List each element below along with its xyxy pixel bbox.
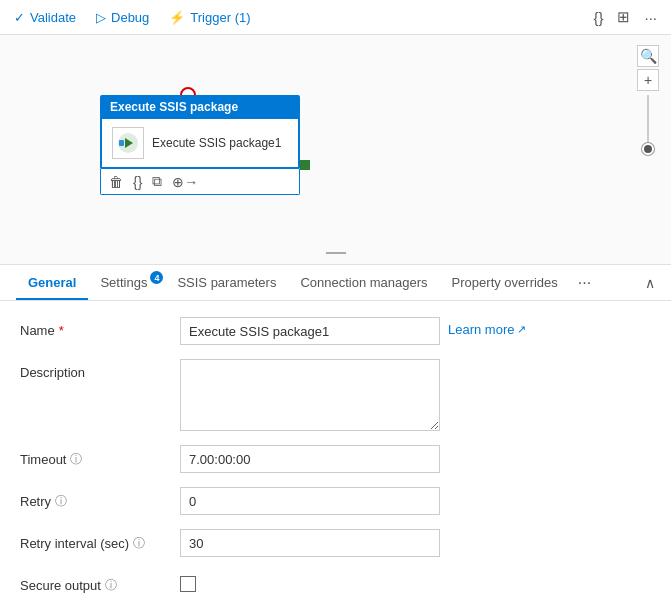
debug-label: Debug: [111, 10, 149, 25]
zoom-controls: 🔍 +: [637, 45, 659, 157]
secure-output-info-icon[interactable]: ⓘ: [105, 577, 117, 594]
tab-general-label: General: [28, 275, 76, 290]
node-title: Execute SSIS package: [110, 100, 238, 114]
trigger-icon: ⚡: [169, 10, 185, 25]
timeout-input[interactable]: [180, 445, 440, 473]
tabs-more-button[interactable]: ···: [574, 266, 595, 300]
node-name-label: Execute SSIS package1: [152, 136, 281, 150]
validate-button[interactable]: ✓ Validate: [14, 10, 76, 25]
description-row: Description: [20, 359, 651, 431]
external-link-icon: ↗: [517, 323, 526, 336]
description-label: Description: [20, 359, 180, 380]
description-control: [180, 359, 651, 431]
canvas-area: Execute SSIS package Execute SSIS packag…: [0, 35, 671, 265]
tab-ssis-label: SSIS parameters: [177, 275, 276, 290]
retry-interval-control: [180, 529, 651, 557]
retry-input[interactable]: [180, 487, 440, 515]
tab-settings[interactable]: Settings 4: [88, 265, 165, 300]
node-right-connector: [300, 160, 310, 170]
toolbar: ✓ Validate ▷ Debug ⚡ Trigger (1) {} ⊞ ··…: [0, 0, 671, 35]
node-header: Execute SSIS package: [100, 95, 300, 119]
retry-control: [180, 487, 651, 515]
description-textarea[interactable]: [180, 359, 440, 431]
tabs-collapse-button[interactable]: ∧: [645, 275, 655, 291]
validate-label: Validate: [30, 10, 76, 25]
toolbar-right: {} ⊞ ···: [593, 8, 657, 26]
name-input[interactable]: [180, 317, 440, 345]
retry-label: Retry ⓘ: [20, 487, 180, 510]
svg-rect-2: [119, 140, 124, 146]
timeout-label: Timeout ⓘ: [20, 445, 180, 468]
trigger-button[interactable]: ⚡ Trigger (1): [169, 10, 250, 25]
secure-output-checkbox[interactable]: [180, 576, 196, 592]
settings-badge: 4: [150, 271, 163, 284]
learn-more-label: Learn more: [448, 322, 514, 337]
tab-connection-managers[interactable]: Connection managers: [288, 265, 439, 300]
zoom-in-button[interactable]: +: [637, 69, 659, 91]
retry-interval-label: Retry interval (sec) ⓘ: [20, 529, 180, 552]
name-required: *: [59, 323, 64, 338]
name-control: Learn more ↗: [180, 317, 651, 345]
more-icon[interactable]: ···: [644, 9, 657, 26]
code-icon[interactable]: {}: [593, 9, 603, 26]
tab-connection-label: Connection managers: [300, 275, 427, 290]
zoom-slider-track: [647, 95, 649, 155]
retry-interval-row: Retry interval (sec) ⓘ: [20, 529, 651, 557]
arrow-icon[interactable]: ⊕→: [172, 174, 198, 190]
canvas-divider: [326, 252, 346, 254]
retry-interval-info-icon[interactable]: ⓘ: [133, 535, 145, 552]
debug-button[interactable]: ▷ Debug: [96, 10, 149, 25]
tabs-bar: General Settings 4 SSIS parameters Conne…: [0, 265, 671, 301]
secure-output-label: Secure output ⓘ: [20, 571, 180, 594]
form-panel: Name * Learn more ↗ Description Timeout …: [0, 301, 671, 603]
tab-ssis-parameters[interactable]: SSIS parameters: [165, 265, 288, 300]
debug-icon: ▷: [96, 10, 106, 25]
columns-icon[interactable]: ⊞: [617, 8, 630, 26]
tab-general[interactable]: General: [16, 265, 88, 300]
name-row: Name * Learn more ↗: [20, 317, 651, 345]
retry-interval-input[interactable]: [180, 529, 440, 557]
trigger-label: Trigger (1): [190, 10, 250, 25]
retry-row: Retry ⓘ: [20, 487, 651, 515]
node-activity-icon: [112, 127, 144, 159]
tab-property-overrides[interactable]: Property overrides: [440, 265, 570, 300]
node-toolbar: 🗑 {} ⧉ ⊕→: [100, 169, 300, 195]
activity-node[interactable]: Execute SSIS package Execute SSIS packag…: [100, 95, 300, 195]
retry-info-icon[interactable]: ⓘ: [55, 493, 67, 510]
tab-property-label: Property overrides: [452, 275, 558, 290]
timeout-row: Timeout ⓘ: [20, 445, 651, 473]
zoom-slider-thumb[interactable]: [642, 143, 654, 155]
tab-settings-label: Settings: [100, 275, 147, 290]
delete-icon[interactable]: 🗑: [109, 174, 123, 190]
code-node-icon[interactable]: {}: [133, 174, 142, 190]
learn-more-link[interactable]: Learn more ↗: [448, 317, 526, 337]
secure-output-row: Secure output ⓘ: [20, 571, 651, 594]
timeout-info-icon[interactable]: ⓘ: [70, 451, 82, 468]
copy-icon[interactable]: ⧉: [152, 173, 162, 190]
validate-icon: ✓: [14, 10, 25, 25]
secure-output-control: [180, 571, 651, 592]
node-body: Execute SSIS package1: [100, 119, 300, 169]
timeout-control: [180, 445, 651, 473]
name-label: Name *: [20, 317, 180, 338]
search-button[interactable]: 🔍: [637, 45, 659, 67]
